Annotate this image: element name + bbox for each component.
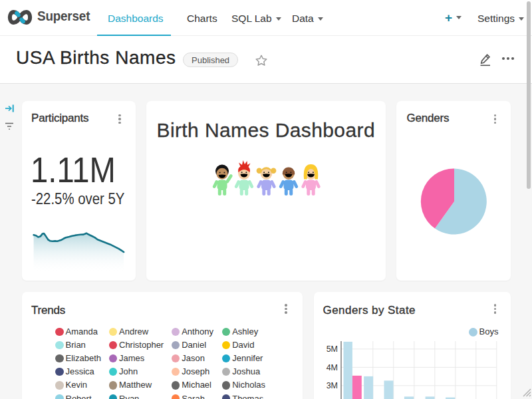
svg-text:3M: 3M [326, 381, 337, 390]
svg-text:4M: 4M [326, 363, 337, 372]
svg-text:5M: 5M [326, 344, 337, 354]
